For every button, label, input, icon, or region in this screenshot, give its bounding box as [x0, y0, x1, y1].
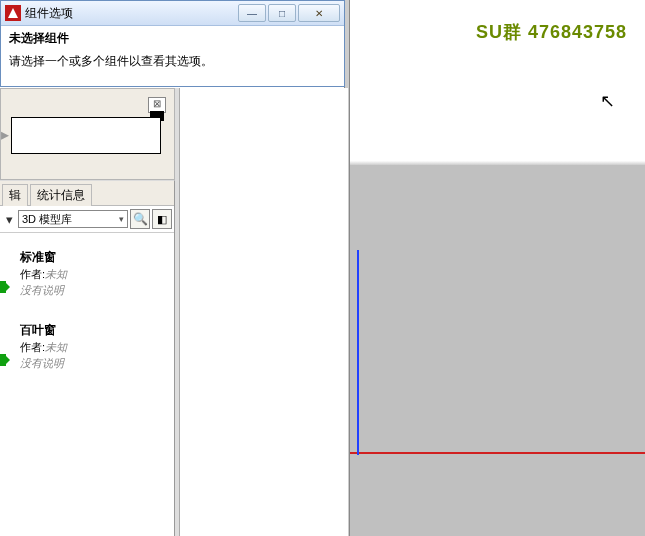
component-name: 百叶窗 [20, 322, 168, 339]
tab-stats[interactable]: 统计信息 [30, 184, 92, 206]
component-author: 作者:未知 [20, 267, 168, 282]
component-options-dialog: 组件选项 — □ ✕ 未选择组件 请选择一个或多个组件以查看其选项。 [0, 0, 345, 87]
app-icon [5, 5, 21, 21]
watermark-text: SU群 476843758 [476, 20, 627, 44]
component-name: 标准窗 [20, 249, 168, 266]
dialog-titlebar[interactable]: 组件选项 — □ ✕ [1, 1, 344, 26]
search-text: 3D 模型库 [22, 212, 72, 227]
list-item[interactable]: 百叶窗 作者:未知 没有说明 [0, 306, 174, 379]
component-desc: 没有说明 [20, 283, 168, 298]
3d-viewport[interactable]: SU群 476843758 [348, 0, 645, 536]
search-button[interactable]: 🔍 [130, 209, 150, 229]
component-desc: 没有说明 [20, 356, 168, 371]
components-panel: 辑 统计信息 ▾ 3D 模型库 ▾ 🔍 ◧ 标准窗 作者:未知 没有说明 [0, 180, 175, 536]
ground-plane [348, 165, 645, 536]
axis-x [350, 452, 645, 454]
maximize-button[interactable]: □ [268, 4, 296, 22]
home-dropdown[interactable]: ▾ [2, 210, 16, 228]
cursor-icon: ↖ [600, 92, 614, 112]
options-heading: 未选择组件 [9, 30, 336, 47]
preview-box[interactable] [11, 117, 161, 154]
maximize-icon: □ [279, 8, 285, 19]
minimize-icon: — [247, 8, 257, 19]
search-icon: 🔍 [133, 212, 148, 226]
components-toolbar: ▾ 3D 模型库 ▾ 🔍 ◧ [0, 206, 174, 233]
nav-right-icon[interactable]: ▸ [1, 121, 9, 149]
minimize-button[interactable]: — [238, 4, 266, 22]
close-icon: ✕ [315, 8, 323, 19]
insert-handle-icon[interactable] [0, 354, 6, 366]
insert-handle-icon[interactable] [0, 281, 6, 293]
panel-toggle-icon: ◧ [157, 213, 167, 226]
preview-panel: ⊠ ▸ [0, 88, 175, 180]
close-button[interactable]: ✕ [298, 4, 340, 22]
details-toggle-button[interactable]: ◧ [152, 209, 172, 229]
panel-background [179, 88, 348, 536]
tab-edit[interactable]: 辑 [2, 184, 28, 206]
components-list: 标准窗 作者:未知 没有说明 百叶窗 作者:未知 没有说明 [0, 233, 174, 379]
axis-z [357, 250, 359, 455]
list-item[interactable]: 标准窗 作者:未知 没有说明 [0, 233, 174, 306]
chevron-down-icon: ▾ [6, 212, 13, 227]
dialog-title: 组件选项 [25, 5, 236, 22]
tab-bar: 辑 统计信息 [0, 181, 174, 206]
search-input[interactable]: 3D 模型库 ▾ [18, 210, 128, 228]
splitter-inner[interactable] [175, 88, 180, 536]
search-dropdown-icon[interactable]: ▾ [119, 214, 124, 224]
options-message: 请选择一个或多个组件以查看其选项。 [9, 53, 336, 70]
component-author: 作者:未知 [20, 340, 168, 355]
close-small-icon: ⊠ [153, 98, 161, 109]
